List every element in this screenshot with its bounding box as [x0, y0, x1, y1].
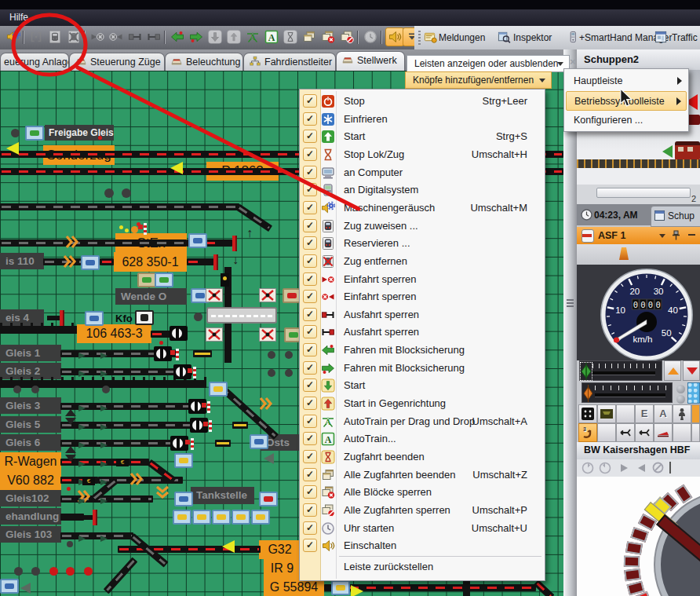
decoupler-icon[interactable]	[65, 235, 79, 249]
toolbar-button-speaker-icon[interactable]	[385, 27, 404, 46]
toolbar-item-window[interactable]: Traffic	[672, 32, 698, 43]
kfo-indicator[interactable]	[135, 310, 154, 325]
menu-item-checkbox[interactable]: ✓	[303, 94, 317, 108]
menu-item-checkbox[interactable]: ✓	[303, 485, 317, 499]
menu-item-10[interactable]: ✓Einfahrt sperren	[300, 271, 545, 288]
crossing-signal[interactable]	[259, 288, 276, 302]
menu-item-checkbox[interactable]: ✓	[303, 308, 317, 321]
switch-indicator[interactable]	[174, 453, 193, 468]
menu-item-25[interactable]: ✓Einschalten	[300, 537, 545, 554]
switch-indicator[interactable]	[85, 311, 104, 326]
switch-indicator[interactable]	[81, 255, 100, 270]
menu-item-checkbox[interactable]: ✓	[303, 503, 317, 517]
menu-item-11[interactable]: ✓Einfahrt sperren	[300, 288, 545, 305]
cancel-icon[interactable]	[652, 462, 664, 474]
toolbar-button-block-left-icon[interactable]	[169, 28, 186, 46]
menu-item-checkbox[interactable]: ✓	[303, 378, 317, 392]
tab-beleuchtung[interactable]: Beleuchtung	[165, 53, 243, 71]
switch-indicator[interactable]	[0, 579, 19, 594]
switch-indicator[interactable]	[251, 510, 270, 525]
play-icon[interactable]	[621, 464, 628, 472]
decoupler-icon[interactable]	[129, 472, 144, 486]
switch-indicator[interactable]	[250, 434, 268, 449]
menu-item-1[interactable]: ✓Einfrieren	[300, 111, 545, 128]
menu-item-checkbox[interactable]: ✓	[303, 112, 317, 126]
toolbar-button-windows-stack-icon[interactable]	[301, 28, 318, 46]
menu-item-13[interactable]: ✓Ausfahrt sperren	[300, 324, 545, 341]
function-a-button[interactable]: A	[654, 404, 673, 423]
toolbar-button-entry-lock-right-icon[interactable]	[108, 28, 125, 46]
speed-slider-handle[interactable]	[581, 363, 592, 380]
switch-indicator[interactable]	[173, 510, 191, 525]
blank-button[interactable]	[673, 423, 691, 442]
speed-slider[interactable]	[579, 360, 662, 381]
edge-button[interactable]	[691, 423, 700, 442]
submenu-item-betriebssymbolleiste[interactable]: Betriebssymbolleiste	[566, 91, 687, 111]
turntable-stub-track[interactable]	[624, 556, 640, 567]
turntable-stub-track[interactable]	[675, 484, 693, 503]
cab-light-button[interactable]	[597, 404, 616, 423]
toolbar-button-start-up-icon[interactable]	[225, 28, 242, 46]
locomotive-image[interactable]	[675, 141, 700, 159]
switch-indicator[interactable]	[259, 492, 278, 506]
menu-item-checkbox[interactable]: ✓	[303, 148, 317, 161]
menu-item-checkbox[interactable]: ✓	[303, 290, 317, 303]
menu-item-checkbox[interactable]: ✓	[303, 219, 317, 232]
toolbar-button-windows-close-icon[interactable]	[319, 28, 337, 46]
green-direction-arrow-icon[interactable]	[662, 145, 673, 158]
secondary-slider-handle[interactable]	[583, 385, 593, 402]
switch-indicator[interactable]	[192, 510, 211, 525]
brake-skid-button[interactable]	[654, 423, 673, 442]
loco-window-titlebar[interactable]: ASF 1	[577, 227, 700, 244]
menu-item-checkbox[interactable]: ✓	[303, 450, 317, 463]
menu-item-checkbox[interactable]: ✓	[303, 539, 317, 552]
menu-item-checkbox[interactable]: ✓	[303, 397, 317, 410]
menu-item-checkbox[interactable]: ✓	[303, 272, 317, 286]
horizontal-scrollbar[interactable]	[596, 188, 691, 198]
function-e-button[interactable]: E	[635, 404, 654, 423]
toolbar-button-entry-lock-left-icon[interactable]	[89, 28, 106, 46]
dropdown-add-remove-buttons[interactable]: Knöpfe hinzufügen/entfernen	[405, 71, 552, 89]
tab-schuppen[interactable]: Schup	[651, 206, 700, 227]
toolbar-button-block-right-icon[interactable]	[188, 28, 205, 46]
menu-item-15[interactable]: ✓Fahren mit Blocksicherung	[300, 360, 545, 377]
menu-item-checkbox[interactable]: ✓	[303, 521, 317, 535]
toolbar-button-exit-lock-left-icon[interactable]	[126, 28, 144, 46]
blank-button[interactable]	[597, 423, 616, 442]
toolbar-button-windows-block-icon[interactable]	[338, 28, 355, 46]
menu-item-checkbox[interactable]: ✓	[303, 183, 317, 196]
menu-item-0[interactable]: ✓StopStrg+Leer	[300, 93, 545, 110]
crossing-signal[interactable]	[206, 288, 223, 302]
menu-hilfe[interactable]: Hilfe	[9, 12, 28, 23]
toolbar-button-autotrain-drag-icon[interactable]: A	[244, 28, 261, 46]
toolbar-button-clock-icon[interactable]	[362, 28, 379, 46]
menu-item-16[interactable]: ✓Start	[300, 377, 545, 394]
menu-item-2[interactable]: ✓StartStrg+S	[300, 128, 545, 145]
menu-item-23[interactable]: ✓Alle Zugfahrten sperrenUmschalt+P	[300, 502, 545, 519]
menu-item-checkbox[interactable]: ✓	[303, 130, 317, 143]
menu-item-9[interactable]: ✓Zug entfernen	[300, 253, 545, 270]
menu-item-checkbox[interactable]: ✓	[303, 201, 317, 214]
menu-item-reset[interactable]: Leiste zurückstellen	[344, 561, 433, 572]
decoupler-icon[interactable]	[155, 485, 170, 499]
menu-item-checkbox[interactable]: ✓	[303, 415, 317, 428]
menu-item-8[interactable]: ✓Reservieren ...	[300, 235, 545, 252]
switch-indicator[interactable]	[209, 382, 228, 397]
menu-item-14[interactable]: ✓Fahren mit Blocksicherung	[300, 342, 545, 359]
toolbar-button-brackets-icon[interactable]	[27, 28, 45, 46]
menu-item-checkbox[interactable]: ✓	[303, 343, 317, 357]
submenu-item-konfigurieren[interactable]: Konfigurieren ...	[566, 111, 687, 130]
menu-item-checkbox[interactable]: ✓	[303, 166, 317, 179]
menu-item-checkbox[interactable]: ✓	[303, 236, 317, 250]
menu-item-5[interactable]: ✓an Digitalsystem	[300, 181, 545, 199]
toolbar-button-train-front-icon[interactable]	[46, 28, 64, 46]
reverse-icon[interactable]	[638, 464, 645, 472]
crossing-signal[interactable]	[259, 327, 276, 342]
menu-item-12[interactable]: ✓Ausfahrt sperren	[300, 306, 545, 324]
toolbar-button-machine-sound-icon[interactable]	[5, 28, 22, 46]
toolbar-grip[interactable]	[418, 31, 421, 45]
dropdown-show-hide-toolbars[interactable]: Leisten anzeigen oder ausblenden	[407, 55, 570, 72]
close-icon[interactable]: ×	[570, 56, 581, 67]
speed-up-button[interactable]	[664, 360, 681, 381]
menu-item-17[interactable]: ✓Start in Gegenrichtung	[300, 395, 545, 412]
